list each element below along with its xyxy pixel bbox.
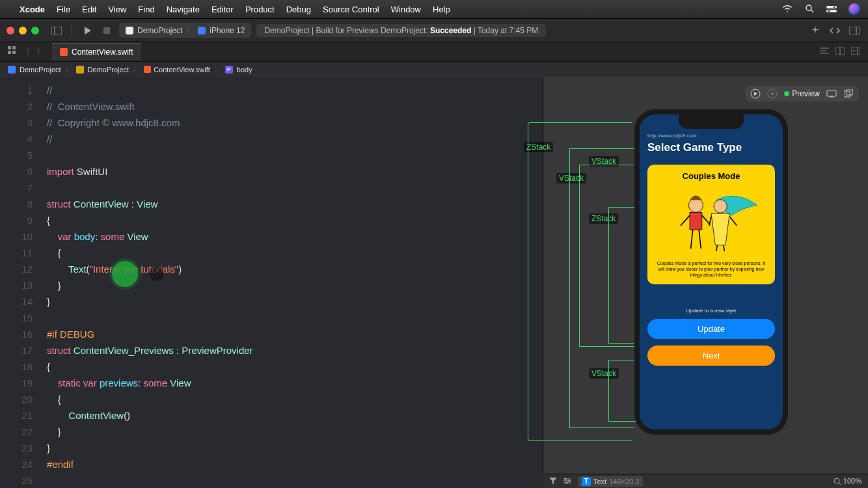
search-icon[interactable]: [804, 4, 815, 15]
svg-rect-13: [8, 51, 11, 54]
live-preview-icon[interactable]: [750, 88, 761, 99]
navigator-toggle-icon[interactable]: [49, 23, 64, 38]
siri-icon[interactable]: [848, 3, 860, 15]
scheme-selector[interactable]: DemoProject 〉 iPhone 12: [119, 23, 251, 38]
settings-icon[interactable]: [563, 478, 571, 485]
svg-line-34: [691, 230, 693, 249]
menu-help[interactable]: Help: [433, 5, 450, 14]
device-preview[interactable]: http://www.hdjc8.com Select Game Type Co…: [634, 109, 788, 435]
stack-label: VStack: [589, 368, 619, 379]
selection-info[interactable]: T Text 146×20.3: [578, 476, 643, 487]
preview-title: Select Game Type: [647, 141, 775, 154]
svg-line-32: [681, 215, 690, 226]
column-marker: [150, 267, 164, 281]
svg-line-38: [729, 217, 737, 226]
stack-label: VStack: [556, 173, 586, 183]
update-hint: Update to a new style: [647, 308, 775, 314]
window-controls: [7, 27, 39, 34]
device-icon[interactable]: [826, 88, 837, 99]
minimap-icon[interactable]: [820, 47, 829, 57]
svg-line-35: [699, 230, 701, 249]
svg-rect-8: [103, 27, 110, 34]
zoom-window-button[interactable]: [31, 27, 39, 34]
activity-status: DemoProject | Build for Previews DemoPro…: [256, 24, 546, 37]
zoom-control[interactable]: 100%: [834, 477, 861, 485]
svg-line-48: [839, 483, 841, 485]
svg-point-0: [806, 5, 811, 10]
folder-icon: [76, 66, 84, 74]
menu-debug[interactable]: Debug: [286, 5, 311, 14]
svg-rect-14: [12, 51, 16, 54]
next-button[interactable]: Next: [647, 346, 775, 366]
svg-line-1: [811, 10, 813, 12]
scheme-app: DemoProject: [137, 26, 182, 35]
svg-rect-2: [826, 6, 837, 8]
forward-icon[interactable]: 〉: [36, 46, 44, 57]
svg-text:+: +: [852, 47, 856, 54]
code-editor[interactable]: 1234567891011121314151617181920212223242…: [0, 77, 543, 488]
update-button[interactable]: Update: [647, 319, 775, 339]
svg-point-44: [565, 478, 567, 480]
breadcrumb[interactable]: DemoProject〉 DemoProject〉 ContentView.sw…: [0, 61, 868, 77]
stack-label: VStack: [589, 156, 619, 167]
app-name[interactable]: Xcode: [20, 5, 45, 14]
menubar: Xcode FileEditViewFindNavigateEditorProd…: [0, 0, 868, 18]
add-icon[interactable]: +: [808, 23, 822, 38]
preview-status-bar: T Text 146×20.3 100%: [543, 474, 868, 488]
menu-window[interactable]: Window: [391, 5, 421, 14]
menu-edit[interactable]: Edit: [82, 5, 96, 14]
text-type-icon: T: [582, 477, 591, 486]
scheme-device: iPhone 12: [210, 26, 245, 35]
wifi-icon[interactable]: [782, 5, 793, 14]
minimize-window-button[interactable]: [19, 27, 27, 34]
menu-view[interactable]: View: [108, 5, 126, 14]
menu-editor[interactable]: Editor: [211, 5, 234, 14]
close-window-button[interactable]: [7, 27, 14, 34]
run-button[interactable]: [80, 23, 94, 38]
card-title: Couples Mode: [654, 171, 768, 181]
library-icon[interactable]: [847, 23, 861, 38]
stack-label: ZStack: [524, 142, 553, 152]
stop-button[interactable]: [100, 23, 114, 38]
related-items-icon[interactable]: [8, 46, 16, 57]
code-review-icon[interactable]: [828, 23, 842, 38]
svg-line-40: [724, 245, 725, 251]
svg-rect-3: [826, 10, 837, 12]
tab-bar: 〈 〉 ContentView.swift +: [0, 42, 868, 61]
card-desc: Couples Mode is perfect for two very clo…: [654, 260, 768, 278]
stack-label: ZStack: [589, 213, 618, 224]
svg-rect-11: [8, 46, 11, 49]
adjust-editor-icon[interactable]: [835, 47, 845, 57]
svg-rect-9: [849, 27, 860, 34]
preview-canvas[interactable]: Preview ZStack VStack VStack ZStack VSta…: [543, 77, 868, 488]
menu-file[interactable]: File: [57, 5, 70, 14]
project-icon: [8, 66, 16, 74]
toolbar: DemoProject 〉 iPhone 12 DemoProject | Bu…: [0, 18, 868, 42]
preview-settings-icon[interactable]: [767, 88, 778, 99]
card-illustration: [654, 185, 768, 256]
preview-url: http://www.hdjc8.com: [647, 133, 775, 139]
menu-source-control[interactable]: Source Control: [323, 5, 379, 14]
svg-point-30: [688, 198, 703, 212]
back-icon[interactable]: 〈: [22, 46, 30, 57]
preview-label[interactable]: Preview: [784, 89, 820, 98]
svg-rect-6: [51, 27, 62, 34]
gametype-card[interactable]: Couples Mode: [647, 165, 775, 284]
line-gutter: 1234567891011121314151617181920212223242…: [0, 77, 42, 488]
code-area[interactable]: //// ContentView.swift// Copyright © www…: [42, 77, 253, 488]
menu-product[interactable]: Product: [245, 5, 275, 14]
control-center-icon[interactable]: [826, 5, 837, 14]
duplicate-icon[interactable]: [843, 88, 854, 99]
tab-contentview[interactable]: ContentView.swift: [52, 43, 141, 61]
svg-line-33: [702, 215, 711, 224]
add-editor-icon[interactable]: +: [851, 47, 860, 57]
svg-line-39: [716, 245, 718, 251]
svg-rect-26: [827, 90, 836, 96]
swift-file-icon: [144, 66, 151, 73]
menu-navigate[interactable]: Navigate: [167, 5, 200, 14]
filter-icon[interactable]: [549, 478, 557, 485]
svg-point-36: [714, 200, 727, 213]
menu-find[interactable]: Find: [138, 5, 154, 14]
device-notch: [679, 115, 744, 129]
cursor-highlight: [112, 261, 138, 287]
